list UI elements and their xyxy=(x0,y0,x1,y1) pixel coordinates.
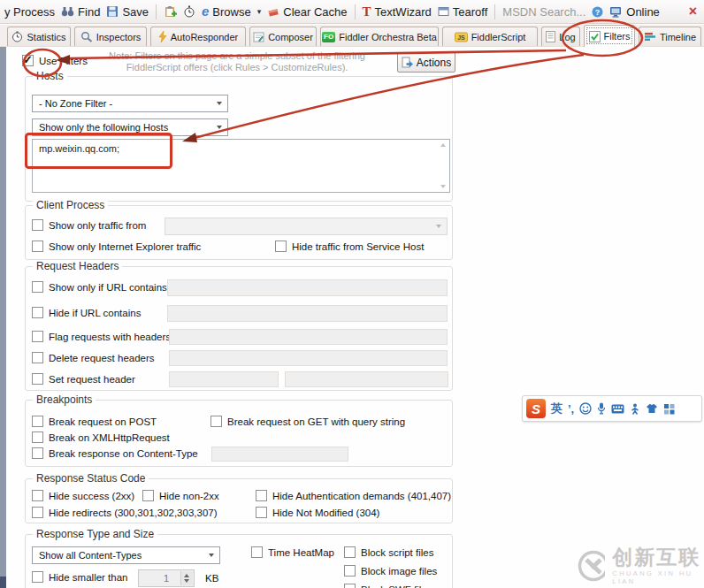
punctuation-toggle[interactable]: ’, xyxy=(568,402,574,416)
tab-fiddlerscript[interactable]: JS FiddlerScript xyxy=(442,27,538,46)
delete-headers-row: Delete request headers xyxy=(32,352,155,363)
hide-auth-checkbox[interactable] xyxy=(256,490,267,501)
textwizard-icon: T xyxy=(363,5,371,18)
hide-service-host-checkbox[interactable] xyxy=(275,241,287,252)
zone-filter-select[interactable]: - No Zone Filter - xyxy=(32,95,228,112)
set-header-name-field[interactable] xyxy=(169,371,279,387)
tab-fiddler-orchestra[interactable]: FO Fiddler Orchestra Beta xyxy=(320,27,439,46)
size-value: 1 xyxy=(164,573,169,584)
help-button[interactable]: ? xyxy=(592,6,603,18)
handwriting-icon[interactable] xyxy=(630,403,640,415)
close-icon[interactable]: × xyxy=(689,5,700,18)
break-content-type-checkbox[interactable] xyxy=(32,447,43,459)
breakpoints-group: Breakpoints Break request on POST Break … xyxy=(25,400,453,467)
spin-up-icon[interactable] xyxy=(184,574,189,577)
response-type-group: Response Type and Size Show all Content-… xyxy=(25,534,453,588)
browse-button[interactable]: e Browse xyxy=(202,5,251,19)
show-only-ie-checkbox[interactable] xyxy=(32,241,43,252)
textwizard-button[interactable]: T TextWizard xyxy=(363,5,432,19)
hosts-input[interactable]: mp.weixin.qq.com; xyxy=(32,139,450,193)
browse-dropdown-caret[interactable]: ▾ xyxy=(257,7,262,16)
find-button[interactable]: Find xyxy=(61,5,100,19)
break-post-checkbox[interactable] xyxy=(32,416,43,427)
chevron-down-icon xyxy=(209,554,214,557)
set-header-value-field[interactable] xyxy=(285,371,448,387)
block-swf-checkbox[interactable] xyxy=(344,584,356,588)
host-mode-select[interactable]: Show only the following Hosts xyxy=(32,118,228,136)
flag-headers-checkbox[interactable] xyxy=(32,331,43,342)
break-xhr-checkbox[interactable] xyxy=(32,431,43,443)
delete-headers-field[interactable] xyxy=(169,350,448,366)
break-content-type-field[interactable] xyxy=(211,447,348,462)
clipboard-icon xyxy=(164,5,177,18)
hide-success-row: Hide success (2xx) xyxy=(32,490,134,501)
watermark-logo-icon xyxy=(577,549,605,583)
ie-browser-icon: e xyxy=(202,5,209,18)
delete-headers-checkbox[interactable] xyxy=(32,352,43,363)
hide-url-field[interactable] xyxy=(167,305,448,322)
emoji-icon[interactable] xyxy=(579,402,592,415)
hosts-group: Hosts - No Zone Filter - Show only the f… xyxy=(25,76,453,202)
use-filters-checkbox[interactable] xyxy=(22,55,34,66)
save-button[interactable]: Save xyxy=(106,5,149,19)
break-get-checkbox[interactable] xyxy=(210,416,222,427)
watermark-text: 创新互联 CHUANG XIN HU LIAN xyxy=(612,546,704,585)
tab-log[interactable]: Log xyxy=(541,27,580,46)
scroll-down-icon[interactable] xyxy=(440,185,446,188)
keyboard-icon[interactable] xyxy=(611,404,624,414)
online-button[interactable]: Online xyxy=(609,5,660,19)
flag-headers-row: Flag requests with headers xyxy=(32,331,171,342)
hide-not-modified-checkbox[interactable] xyxy=(256,507,267,518)
spinner-buttons[interactable] xyxy=(180,571,193,585)
tab-filters[interactable]: Filters xyxy=(584,25,635,47)
tab-timeline[interactable]: Timeline xyxy=(639,27,701,46)
use-filters-row: Use Filters xyxy=(22,55,88,66)
binoculars-icon xyxy=(61,6,74,17)
tab-statistics[interactable]: Statistics xyxy=(7,27,71,46)
eraser-icon xyxy=(267,6,279,18)
help-icon: ? xyxy=(592,6,603,18)
tab-inspectors[interactable]: Inspectors xyxy=(74,27,147,46)
paste-sessions-button[interactable] xyxy=(164,5,177,18)
block-script-checkbox[interactable] xyxy=(344,546,356,558)
hide-non2xx-row: Hide non-2xx xyxy=(142,490,219,501)
hide-success-checkbox[interactable] xyxy=(32,490,43,501)
document-icon xyxy=(546,31,555,42)
hide-smaller-checkbox[interactable] xyxy=(32,571,43,583)
hide-non2xx-checkbox[interactable] xyxy=(142,490,154,501)
skin-icon[interactable] xyxy=(646,403,658,414)
scroll-up-icon[interactable] xyxy=(440,143,446,147)
content-types-select[interactable]: Show all Content-Types xyxy=(32,546,220,564)
time-heatmap-checkbox[interactable] xyxy=(251,546,263,558)
spin-down-icon[interactable] xyxy=(184,579,189,583)
left-pane-edge-bottom xyxy=(0,577,6,588)
hide-redirects-checkbox[interactable] xyxy=(32,507,43,518)
timeline-bars-icon xyxy=(644,32,656,42)
show-only-url-field[interactable] xyxy=(167,279,448,296)
chevron-down-icon xyxy=(217,102,222,105)
flag-headers-field[interactable] xyxy=(169,329,448,345)
hide-url-checkbox[interactable] xyxy=(32,307,43,318)
show-only-traffic-checkbox[interactable] xyxy=(32,219,43,231)
actions-button[interactable]: Actions xyxy=(397,52,455,73)
hide-auth-row: Hide Authentication demands (401,407) xyxy=(256,490,451,501)
clear-cache-button[interactable]: Clear Cache xyxy=(267,5,347,19)
tab-autoresponder[interactable]: AutoResponder xyxy=(150,27,246,46)
toolbox-icon[interactable] xyxy=(663,403,675,415)
microphone-icon[interactable] xyxy=(597,402,606,415)
tab-composer[interactable]: Composer xyxy=(249,27,317,46)
tearoff-button[interactable]: Tearoff xyxy=(438,5,488,19)
left-pane-edge xyxy=(0,47,6,588)
timer-button[interactable] xyxy=(183,5,195,18)
show-only-url-checkbox[interactable] xyxy=(32,281,43,293)
any-process-button[interactable]: y Process xyxy=(4,5,55,19)
block-image-checkbox[interactable] xyxy=(344,565,356,577)
size-spinner[interactable]: 1 xyxy=(138,569,195,587)
language-mode-toggle[interactable]: 英 xyxy=(551,401,562,416)
set-header-checkbox[interactable] xyxy=(32,373,43,385)
hosts-group-title: Hosts xyxy=(33,70,67,82)
tearoff-icon xyxy=(438,6,449,17)
process-select[interactable] xyxy=(165,218,448,235)
sogou-logo[interactable]: S xyxy=(526,399,546,418)
any-process-label: y Process xyxy=(4,5,55,19)
